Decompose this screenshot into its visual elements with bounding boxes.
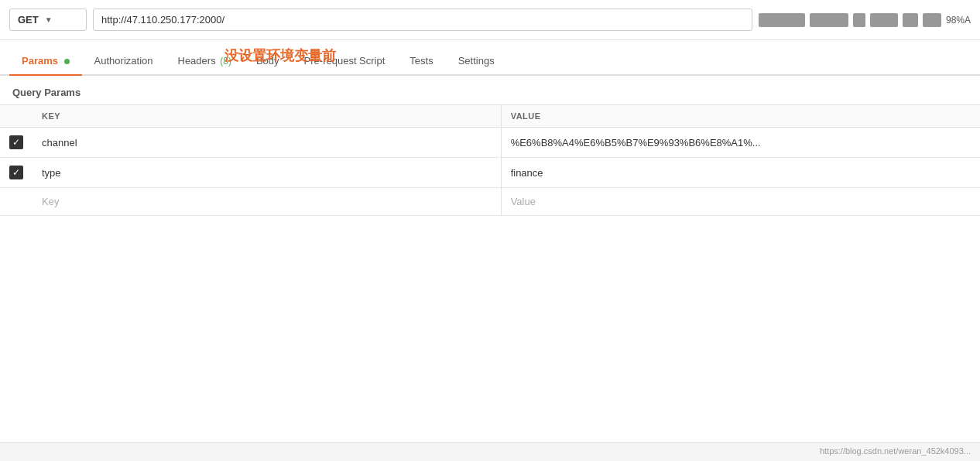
tab-authorization-label: Authorization [94, 55, 153, 67]
row1-check-cell: ✓ [0, 128, 33, 158]
tabs-bar: Params Authorization Headers (8) Body Pr… [0, 40, 980, 76]
row1-key-cell[interactable]: channel [33, 128, 501, 158]
tab-headers[interactable]: Headers (8) [166, 47, 244, 74]
status-bar-text: https://blog.csdn.net/weran_452k4093... [820, 446, 971, 456]
tab-body-label: Body [256, 55, 279, 67]
app-container: GET ▼ 98%A Params Authorization Headers … [0, 0, 980, 461]
table-header-row: KEY VALUE [0, 105, 980, 128]
tab-headers-badge: (8) [220, 56, 231, 67]
tab-tests[interactable]: Tests [397, 47, 445, 74]
tab-params-label: Params [22, 55, 58, 67]
tab-settings[interactable]: Settings [446, 47, 507, 74]
row2-checkbox[interactable]: ✓ [9, 166, 23, 179]
col-check-header [0, 105, 33, 128]
tab-pre-request-script[interactable]: Pre-request Script [292, 47, 398, 74]
row1-checkbox[interactable]: ✓ [9, 135, 23, 149]
tab-params[interactable]: Params [9, 47, 82, 74]
blurred-block-4 [870, 13, 898, 27]
table-row: ✓ type finance [0, 158, 980, 188]
chevron-down-icon: ▼ [45, 15, 53, 24]
tab-pre-request-script-label: Pre-request Script [304, 55, 385, 67]
blurred-block-5 [903, 13, 918, 27]
tab-authorization[interactable]: Authorization [82, 47, 166, 74]
tab-params-dot [64, 59, 70, 64]
method-label: GET [18, 14, 39, 26]
url-input[interactable] [93, 9, 752, 31]
blurred-block-2 [810, 13, 848, 27]
status-bar: https://blog.csdn.net/weran_452k4093... [0, 442, 980, 461]
table-row: ✓ channel %E6%B8%A4%E6%B5%B7%E9%93%B6%E8… [0, 128, 980, 158]
row2-value-cell[interactable]: finance [501, 158, 980, 188]
tab-body[interactable]: Body [244, 47, 292, 74]
table-row: Key Value [0, 188, 980, 216]
section-title: Query Params [0, 76, 980, 104]
blurred-block-3 [853, 13, 865, 27]
row2-check-cell: ✓ [0, 158, 33, 188]
tab-settings-label: Settings [458, 55, 495, 67]
blurred-block-6 [923, 13, 941, 27]
row3-value-cell[interactable]: Value [501, 188, 980, 216]
method-select[interactable]: GET ▼ [9, 9, 87, 31]
blurred-block-1 [759, 13, 805, 27]
url-bar-extras: 98%A [759, 13, 971, 27]
tab-tests-label: Tests [409, 55, 433, 67]
url-suffix: 98%A [946, 15, 971, 26]
row3-key-cell[interactable]: Key [33, 188, 501, 216]
content-area: Query Params KEY VALUE ✓ channel %E6%B8%… [0, 76, 980, 442]
tab-headers-label: Headers [178, 55, 216, 67]
col-key-header: KEY [33, 105, 501, 128]
url-bar: GET ▼ 98%A [0, 0, 980, 40]
row2-key-cell[interactable]: type [33, 158, 501, 188]
params-table: KEY VALUE ✓ channel %E6%B8%A4%E6%B5%B7%E… [0, 104, 980, 216]
row3-check-cell [0, 188, 33, 216]
row1-value-cell[interactable]: %E6%B8%A4%E6%B5%B7%E9%93%B6%E8%A1%... [501, 128, 980, 158]
col-value-header: VALUE [501, 105, 980, 128]
